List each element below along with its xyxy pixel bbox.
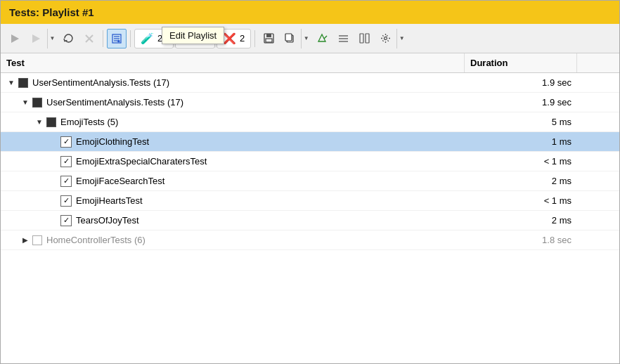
flask-count-button[interactable]: 🧪 22 <box>134 29 174 48</box>
settings-dropdown[interactable]: ▼ <box>396 29 406 48</box>
separator-2 <box>130 30 131 47</box>
edit-playlist-button[interactable] <box>107 29 127 48</box>
flask-icon: 🧪 <box>141 32 154 45</box>
table-row[interactable]: ✓ EmojiExtraSpecialCharatersTest < 1 ms <box>1 152 619 171</box>
test-cell: HomeControllerTests (6) <box>1 233 465 247</box>
pass-count-button[interactable]: ✅ 20 <box>175 29 214 48</box>
table-row[interactable]: EmojiTests (5) 5 ms <box>1 112 619 132</box>
checkbox[interactable]: ✓ <box>60 215 72 226</box>
test-label: HomeControllerTests (6) <box>46 235 146 245</box>
refresh-button[interactable] <box>58 29 78 48</box>
svg-rect-9 <box>266 34 271 37</box>
cancel-button[interactable] <box>79 29 99 48</box>
test-label: EmojiTests (5) <box>60 117 118 127</box>
test-cell: ✓ EmojiFaceSearchTest <box>1 174 465 189</box>
test-label: EmojiExtraSpecialCharatersTest <box>76 156 207 167</box>
pass-icon: ✅ <box>181 32 195 45</box>
svg-point-20 <box>384 37 387 40</box>
separator-3 <box>254 30 255 47</box>
run-dropdown[interactable]: ▼ <box>47 29 57 48</box>
svg-marker-1 <box>32 34 40 43</box>
table-body: UserSentimentAnalysis.Tests (17) 1.9 sec… <box>1 73 619 363</box>
save-button[interactable] <box>259 29 278 48</box>
table-row[interactable]: UserSentimentAnalysis.Tests (17) 1.9 sec <box>1 93 619 112</box>
test-label: TearsOfJoyTest <box>76 215 139 226</box>
col-duration-header: Duration <box>465 53 577 72</box>
test-cell: UserSentimentAnalysis.Tests (17) <box>1 95 465 110</box>
run-button[interactable] <box>26 29 46 48</box>
fail-count: 2 <box>240 33 245 44</box>
expand-icon[interactable] <box>6 78 16 88</box>
svg-rect-19 <box>366 34 369 43</box>
table-row[interactable]: ✓ TearsOfJoyTest 2 ms <box>1 211 619 230</box>
svg-rect-10 <box>266 39 272 42</box>
expand-icon[interactable] <box>34 117 44 127</box>
duration-cell: < 1 ms <box>465 193 577 208</box>
test-label: EmojiClothingTest <box>76 136 149 147</box>
svg-marker-0 <box>11 34 19 43</box>
test-cell: ✓ EmojiHeartsTest <box>1 193 465 209</box>
duration-cell: 1.8 sec <box>465 233 577 247</box>
duration-cell: 1 ms <box>465 134 577 149</box>
settings-button[interactable] <box>375 29 395 48</box>
pass-count: 20 <box>198 33 208 44</box>
toolbar: ▼ 🧪 <box>1 24 619 53</box>
duration-cell: 2 ms <box>465 174 577 188</box>
test-label: EmojiHeartsTest <box>76 195 143 206</box>
checkbox[interactable] <box>32 235 42 245</box>
copy-button[interactable] <box>280 29 299 48</box>
table-header: Test Duration <box>1 53 619 73</box>
checkbox[interactable] <box>32 98 42 108</box>
content-area: Test Duration UserSentimentAnalysis.Test… <box>1 53 619 363</box>
test-cell: EmojiTests (5) <box>1 115 465 129</box>
checkbox[interactable]: ✓ <box>60 195 72 207</box>
duration-cell: 1.9 sec <box>465 75 577 90</box>
checkbox[interactable]: ✓ <box>60 176 72 187</box>
table-row[interactable]: ✓ EmojiFaceSearchTest 2 ms <box>1 171 619 191</box>
copy-dropdown[interactable]: ▼ <box>301 29 311 48</box>
window-title: Tests: Playlist #1 <box>9 6 94 18</box>
svg-line-14 <box>324 36 327 39</box>
fail-count-button[interactable]: ❌ 2 <box>217 29 251 48</box>
checkbox[interactable] <box>46 117 56 127</box>
test-cell: ✓ EmojiClothingTest <box>1 134 465 150</box>
duration-cell: 5 ms <box>465 115 577 129</box>
quick-action-button[interactable] <box>312 29 332 48</box>
test-cell: UserSentimentAnalysis.Tests (17) <box>1 75 465 90</box>
checkbox[interactable]: ✓ <box>60 136 72 148</box>
table-row[interactable]: UserSentimentAnalysis.Tests (17) 1.9 sec <box>1 73 619 93</box>
expand-icon[interactable] <box>20 235 30 245</box>
checkbox[interactable]: ✓ <box>60 156 72 167</box>
table-row[interactable]: ✓ EmojiHeartsTest < 1 ms <box>1 191 619 211</box>
fail-icon: ❌ <box>223 32 236 45</box>
flask-count: 22 <box>157 33 167 44</box>
test-cell: ✓ TearsOfJoyTest <box>1 213 465 228</box>
table-row[interactable]: ✓ EmojiClothingTest 1 ms <box>1 132 619 152</box>
col-extra-header <box>577 53 619 72</box>
main-window: Tests: Playlist #1 ▼ <box>0 0 620 364</box>
col-test-header: Test <box>1 53 465 72</box>
test-label: UserSentimentAnalysis.Tests (17) <box>46 97 183 108</box>
svg-rect-18 <box>360 34 363 43</box>
table-row[interactable]: HomeControllerTests (6) 1.8 sec <box>1 230 619 250</box>
duration-cell: < 1 ms <box>465 154 577 169</box>
group-button[interactable] <box>333 29 353 48</box>
test-cell: ✓ EmojiExtraSpecialCharatersTest <box>1 154 465 169</box>
columns-button[interactable] <box>354 29 374 48</box>
test-label: UserSentimentAnalysis.Tests (17) <box>32 77 169 88</box>
expand-icon[interactable] <box>20 98 30 108</box>
duration-cell: 1.9 sec <box>465 95 577 110</box>
test-label: EmojiFaceSearchTest <box>76 176 164 186</box>
svg-rect-12 <box>285 34 292 41</box>
title-bar: Tests: Playlist #1 <box>1 1 619 24</box>
duration-cell: 2 ms <box>465 213 577 228</box>
checkbox[interactable] <box>18 78 28 88</box>
run-all-button[interactable] <box>5 29 25 48</box>
separator-1 <box>103 30 103 47</box>
